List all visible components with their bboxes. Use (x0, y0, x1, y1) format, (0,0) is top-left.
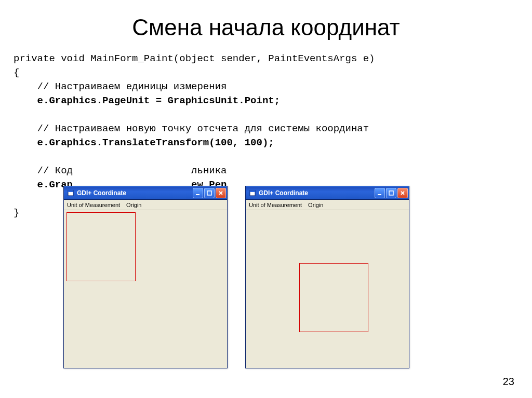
titlebar[interactable]: GDI+ Coordinate (64, 186, 227, 200)
window-title: GDI+ Coordinate (77, 189, 193, 197)
app-window-right: GDI+ Coordinate Unit of Measurement Orig… (245, 186, 409, 368)
maximize-button[interactable] (204, 188, 215, 198)
code-line: { (14, 67, 19, 78)
svg-rect-2 (196, 194, 200, 195)
slide-title: Смена начала координат (0, 15, 532, 40)
titlebar[interactable]: GDI+ Coordinate (246, 186, 409, 200)
code-line-bold: e.Graphics.TranslateTransform(100, 100); (14, 137, 274, 148)
app-window-left: GDI+ Coordinate Unit of Measurement Orig… (63, 186, 228, 368)
app-icon (249, 189, 256, 197)
close-button[interactable] (397, 188, 408, 198)
titlebar-buttons (375, 188, 408, 198)
code-comment: // Настраиваем новую точку отсчета для с… (14, 123, 369, 134)
code-partial: // Код (14, 165, 73, 176)
svg-rect-3 (207, 191, 211, 195)
maximize-icon (207, 190, 212, 196)
minimize-icon (377, 190, 382, 196)
menubar: Unit of Measurement Origin (246, 200, 409, 210)
maximize-button[interactable] (386, 188, 396, 198)
code-line-bold: e.Graphics.PageUnit = GraphicsUnit.Point… (14, 95, 280, 106)
page-number: 23 (503, 376, 514, 388)
menu-item-units[interactable]: Unit of Measurement (67, 202, 120, 208)
menubar: Unit of Measurement Origin (64, 200, 227, 210)
client-area (65, 211, 225, 366)
drawn-rectangle (66, 212, 136, 281)
close-button[interactable] (216, 188, 226, 198)
maximize-icon (389, 190, 394, 196)
code-line: private void MainForm_Paint(object sende… (14, 53, 375, 64)
svg-rect-7 (389, 191, 393, 195)
menu-item-origin[interactable]: Origin (126, 202, 141, 208)
window-title: GDI+ Coordinate (259, 189, 375, 197)
code-comment: // Настраиваем единицы измерения (14, 81, 227, 92)
svg-rect-1 (68, 190, 73, 192)
app-icon (67, 189, 74, 197)
code-partial: льника (191, 165, 227, 176)
client-area (247, 211, 407, 366)
minimize-button[interactable] (375, 188, 385, 198)
titlebar-buttons (193, 188, 226, 198)
svg-rect-6 (378, 194, 381, 195)
minimize-button[interactable] (193, 188, 203, 198)
close-icon (400, 190, 405, 196)
close-icon (218, 190, 223, 196)
drawn-rectangle (299, 263, 368, 332)
code-line: } (14, 207, 19, 218)
menu-item-units[interactable]: Unit of Measurement (249, 202, 302, 208)
minimize-icon (195, 190, 201, 196)
menu-item-origin[interactable]: Origin (308, 202, 323, 208)
svg-rect-5 (250, 190, 255, 192)
